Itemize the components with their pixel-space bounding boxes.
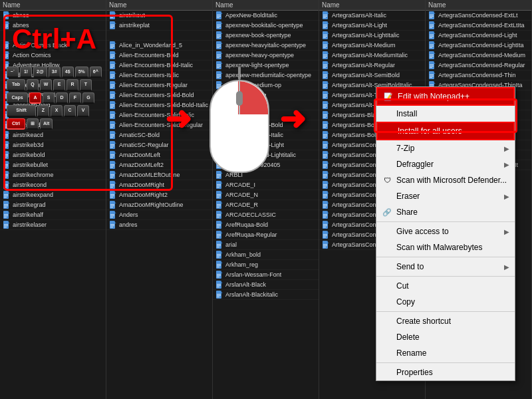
file-item[interactable]: ArtegraSansAlt-Italic bbox=[319, 11, 425, 21]
file-item[interactable]: ArtegraSansCondensed-LightIta bbox=[426, 41, 531, 51]
file-item[interactable]: ArefRuqaa-Regular bbox=[213, 230, 319, 240]
ctx-menu-item-edit-with-notepad++[interactable]: 📝Edit with Notepad++ bbox=[376, 87, 515, 106]
file-item[interactable]: ARCADE_N bbox=[213, 190, 319, 200]
file-item[interactable]: airstrikehalf bbox=[0, 210, 106, 220]
file-item[interactable]: ArtegraSansCondensed-Medium bbox=[426, 51, 531, 61]
file-item[interactable]: airstrikelaser bbox=[0, 220, 106, 230]
key-s[interactable]: S bbox=[43, 92, 55, 104]
file-item[interactable] bbox=[106, 31, 212, 41]
file-item[interactable]: ArslanAlt-Blackitalic bbox=[213, 290, 319, 300]
key-x[interactable]: X bbox=[51, 105, 63, 116]
file-item[interactable]: airstrikout bbox=[106, 11, 212, 21]
file-item[interactable]: Alice_in_Wonderland_5 bbox=[106, 41, 212, 51]
file-item[interactable]: ArtegraSansCondensed-ExtLtIta bbox=[426, 21, 531, 31]
key-z[interactable]: Z bbox=[37, 105, 49, 116]
key-shift-left[interactable]: Shift bbox=[7, 105, 36, 116]
file-item[interactable]: AmazDooMRight2 bbox=[106, 190, 212, 200]
file-item[interactable]: ArefRuqaa-Bold bbox=[213, 220, 319, 230]
ctx-menu-item-eraser[interactable]: Eraser▶ bbox=[376, 188, 515, 204]
file-item[interactable]: AmazDooMRight bbox=[106, 180, 212, 190]
file-item[interactable]: ArslanAlt-Black bbox=[213, 280, 319, 290]
key-alt[interactable]: Alt bbox=[40, 118, 53, 130]
key-g[interactable]: G bbox=[82, 92, 94, 104]
ctx-menu-item-create-shortcut[interactable]: Create shortcut bbox=[376, 313, 515, 329]
key-1[interactable]: 1! bbox=[20, 66, 32, 78]
ctx-menu-item-scan-with-microsoft-defender...[interactable]: 🛡Scan with Microsoft Defender... bbox=[376, 172, 515, 188]
key-e[interactable]: E bbox=[53, 79, 65, 90]
file-item[interactable]: ArtegraSansCondensed-Thin bbox=[426, 70, 531, 80]
file-item[interactable]: ArtegraSansAlt-SemiBold bbox=[319, 70, 425, 80]
file-item[interactable]: ArtegraSansAlt-Regular bbox=[319, 61, 425, 70]
key-5[interactable]: 5% bbox=[75, 66, 88, 78]
ctx-menu-item-rename[interactable]: Rename bbox=[376, 345, 515, 361]
ctx-menu-item-defraggler[interactable]: Defraggler▶ bbox=[376, 156, 515, 172]
key-t[interactable]: T bbox=[80, 79, 92, 90]
file-item[interactable]: abnes bbox=[0, 11, 106, 21]
key-q[interactable]: Q bbox=[27, 79, 39, 90]
file-item[interactable]: AmazDooMRightOutline bbox=[106, 200, 212, 210]
file-item[interactable]: ArtegraSansCondensed-Regular bbox=[426, 61, 531, 70]
file-item[interactable]: ArtegraSansAlt-Medium bbox=[319, 41, 425, 51]
file-item[interactable]: AmaticSC-Bold bbox=[106, 130, 212, 140]
file-item[interactable]: arial bbox=[213, 240, 319, 250]
key-4[interactable]: 4$ bbox=[62, 66, 74, 78]
file-item[interactable]: airstrikeplat bbox=[106, 21, 212, 31]
file-item[interactable]: AmazDooMLeft bbox=[106, 150, 212, 160]
file-item[interactable]: ArtegraSansCondensed-Light bbox=[426, 31, 531, 41]
key-win[interactable]: ⊞ bbox=[27, 118, 39, 130]
ctx-menu-item-install-for-all-users[interactable]: Install for all users bbox=[376, 122, 515, 140]
key-caps[interactable]: Caps bbox=[7, 92, 28, 104]
file-item[interactable]: ArtegraSansCondensed-ExtLt bbox=[426, 11, 531, 21]
key-tilde[interactable]: ~` bbox=[7, 66, 19, 78]
file-item[interactable]: Arslan-Wessam-Font bbox=[213, 270, 319, 280]
file-item[interactable]: airstrikechrome bbox=[0, 170, 106, 180]
file-item[interactable]: ARCADE_R bbox=[213, 200, 319, 210]
key-ctrl[interactable]: Ctrl bbox=[7, 118, 25, 130]
key-d[interactable]: D bbox=[56, 92, 68, 104]
file-item[interactable]: airstrikeb3d bbox=[0, 140, 106, 150]
file-item[interactable]: AmazDooMLeft2 bbox=[106, 160, 212, 170]
file-item[interactable]: airstrikebold bbox=[0, 150, 106, 160]
key-r[interactable]: R bbox=[66, 79, 78, 90]
file-item[interactable]: AmazDooMLEftOutline bbox=[106, 170, 212, 180]
ctx-menu-item-send-to[interactable]: Send to▶ bbox=[376, 259, 515, 275]
file-item[interactable]: airstrikeexpand bbox=[0, 190, 106, 200]
file-item[interactable]: apexnew-bookitalic-opentype bbox=[213, 21, 319, 31]
key-c[interactable]: C bbox=[64, 105, 76, 116]
file-item[interactable]: ArtegraSansAlt-MediumItalic bbox=[319, 51, 425, 61]
key-a[interactable]: A bbox=[29, 92, 41, 104]
ctx-menu-item-give-access-to[interactable]: Give access to▶ bbox=[376, 223, 515, 239]
ctx-menu-item-copy[interactable]: Copy bbox=[376, 294, 515, 310]
key-v[interactable]: V bbox=[77, 105, 89, 116]
file-item[interactable]: apexnew-heavy-opentype bbox=[213, 51, 319, 61]
file-item[interactable]: andres bbox=[106, 220, 212, 230]
file-item[interactable]: airstrikeacd bbox=[0, 130, 106, 140]
ctx-menu-item-share[interactable]: 🔗Share bbox=[376, 204, 515, 220]
ctx-menu-item-delete[interactable]: Delete bbox=[376, 329, 515, 345]
ctx-menu-item-properties[interactable]: Properties bbox=[376, 364, 515, 380]
ctx-menu-item-scan-with-malwarebytes[interactable]: Scan with Malwarebytes bbox=[376, 239, 515, 255]
file-item[interactable]: ARCADECLASSIC bbox=[213, 210, 319, 220]
file-item[interactable]: Anders bbox=[106, 210, 212, 220]
file-item[interactable]: apexnew-heavyitalic-opentype bbox=[213, 41, 319, 51]
ctx-menu-item-cut[interactable]: Cut bbox=[376, 278, 515, 294]
file-item[interactable]: airstrikecond bbox=[0, 180, 106, 190]
key-3[interactable]: 3# bbox=[49, 66, 61, 78]
ctx-menu-item-install[interactable]: Install bbox=[376, 106, 515, 122]
file-item[interactable]: Arkham_reg bbox=[213, 260, 319, 270]
file-item[interactable]: ApexNew-BoldItalic bbox=[213, 11, 319, 21]
file-item[interactable]: airstrikegrad bbox=[0, 200, 106, 210]
file-item[interactable]: Alien-Encounters-Bold bbox=[106, 51, 212, 61]
file-item[interactable]: ArtegraSansAlt-Light bbox=[319, 21, 425, 31]
file-item[interactable]: airstrikebullet bbox=[0, 160, 106, 170]
key-6[interactable]: 6^ bbox=[90, 66, 102, 78]
key-f[interactable]: F bbox=[69, 92, 81, 104]
file-item[interactable]: ArtegraSansAlt-LightItalic bbox=[319, 31, 425, 41]
file-item[interactable]: Arkham_bold bbox=[213, 250, 319, 260]
key-tab[interactable]: Tab bbox=[7, 79, 25, 90]
key-2[interactable]: 2@ bbox=[33, 66, 47, 78]
file-item[interactable]: AmaticSC-Regular bbox=[106, 140, 212, 150]
file-item[interactable]: ARCADE_I bbox=[213, 180, 319, 190]
key-w[interactable]: W bbox=[40, 79, 52, 90]
ctx-menu-item-7-zip[interactable]: 7-Zip▶ bbox=[376, 140, 515, 156]
